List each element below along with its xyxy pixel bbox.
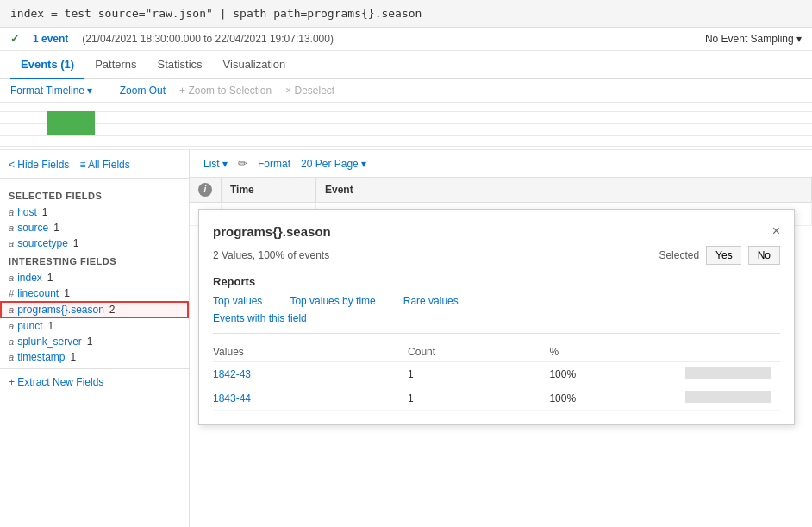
- popup-close-button[interactable]: ×: [772, 223, 780, 239]
- values-row: 1842-43 1 100%: [213, 362, 780, 386]
- main-content: < Hide Fields ≡ All Fields SELECTED FIEL…: [0, 150, 812, 527]
- popup-meta-text: 2 Values, 100% of events: [213, 249, 329, 261]
- top-values-by-time-link[interactable]: Top values by time: [290, 295, 375, 307]
- checkmark-icon: ✓: [10, 33, 19, 45]
- rare-values-link[interactable]: Rare values: [403, 295, 459, 307]
- values-col-percent: %: [549, 342, 685, 362]
- popup-links: Top values Top values by time Rare value…: [213, 295, 780, 307]
- interesting-fields-title: INTERESTING FIELDS: [0, 251, 189, 270]
- field-name-splunk-server: splunk_server: [17, 336, 82, 348]
- field-programs-season[interactable]: a programs{}.season 2: [0, 301, 189, 318]
- search-bar: index = test source="raw.json" | spath p…: [0, 0, 812, 28]
- tab-statistics[interactable]: Statistics: [147, 51, 213, 79]
- chart-line: [0, 135, 812, 136]
- no-button[interactable]: No: [748, 246, 780, 265]
- field-type-linecount: #: [9, 288, 14, 298]
- pencil-icon: ✏: [238, 157, 247, 170]
- popup-links-row2: Events with this field: [213, 312, 780, 324]
- format-timeline-button[interactable]: Format Timeline: [10, 85, 92, 97]
- yes-button[interactable]: Yes: [706, 246, 741, 265]
- all-fields-button[interactable]: ≡ All Fields: [79, 159, 129, 171]
- field-count-index: 1: [47, 272, 53, 284]
- val-bar-container: [685, 391, 771, 403]
- values-col-count: Count: [408, 342, 549, 362]
- deselect-button: × Deselect: [285, 85, 334, 97]
- tab-visualization[interactable]: Visualization: [213, 51, 297, 79]
- val-percent-cell: 100%: [549, 386, 685, 411]
- zoom-selection-button: + Zoom to Selection: [179, 85, 272, 97]
- popup-meta: 2 Values, 100% of events Selected Yes No: [213, 246, 780, 265]
- col-event: Event: [316, 178, 812, 203]
- values-row: 1843-44 1 100%: [213, 386, 780, 411]
- field-name-timestamp: timestamp: [17, 351, 65, 363]
- field-splunk-server[interactable]: a splunk_server 1: [0, 334, 189, 349]
- tab-events[interactable]: Events (1): [10, 51, 84, 79]
- field-count-linecount: 1: [64, 287, 70, 299]
- tab-patterns[interactable]: Patterns: [84, 51, 147, 79]
- hide-fields-button[interactable]: < Hide Fields: [9, 159, 69, 171]
- field-punct[interactable]: a punct 1: [0, 318, 189, 334]
- top-values-link[interactable]: Top values: [213, 295, 262, 307]
- format-button[interactable]: Format: [258, 158, 290, 170]
- tabs-bar: Events (1) Patterns Statistics Visualiza…: [0, 51, 812, 79]
- value-link[interactable]: 1842-43: [213, 368, 251, 380]
- extract-fields-link[interactable]: + Extract New Fields: [0, 368, 189, 395]
- col-i: i: [190, 178, 222, 203]
- val-count-cell: 1: [408, 386, 549, 411]
- value-link[interactable]: 1843-44: [213, 392, 251, 405]
- field-count-punct: 1: [47, 320, 53, 332]
- field-count-programs-season: 2: [109, 304, 116, 316]
- field-count-splunk-server: 1: [87, 336, 93, 348]
- sampling-dropdown[interactable]: No Event Sampling: [705, 33, 802, 45]
- field-type-source: a: [9, 223, 14, 233]
- val-percent-cell: 100%: [549, 362, 685, 386]
- chart-lines: [0, 103, 812, 149]
- val-bar-cell: [685, 386, 780, 411]
- col-time: Time: [222, 178, 316, 203]
- field-popup: programs{}.season × 2 Values, 100% of ev…: [198, 209, 795, 425]
- field-name-index: index: [17, 272, 42, 284]
- chart-line: [0, 123, 812, 124]
- selected-group: Selected Yes No: [659, 246, 780, 265]
- popup-title: programs{}.season: [213, 224, 331, 239]
- field-type-host: a: [9, 207, 14, 217]
- field-name-punct: punct: [17, 320, 42, 332]
- field-linecount[interactable]: # linecount 1: [0, 285, 189, 301]
- list-dropdown-button[interactable]: List: [203, 158, 228, 170]
- field-count-host: 1: [42, 206, 48, 218]
- left-sidebar: < Hide Fields ≡ All Fields SELECTED FIEL…: [0, 150, 190, 527]
- timeline-controls: Format Timeline — Zoom Out + Zoom to Sel…: [0, 79, 812, 103]
- chart-line: [0, 111, 812, 112]
- val-bar-cell: [685, 362, 780, 386]
- chart-line: [0, 146, 812, 147]
- chart-bar-green: [47, 111, 95, 135]
- field-source[interactable]: a source 1: [0, 220, 189, 235]
- event-count-row: ✓ 1 event (21/04/2021 18:30:00.000 to 22…: [0, 28, 812, 51]
- values-col-value: Values: [213, 342, 408, 362]
- field-host[interactable]: a host 1: [0, 204, 189, 220]
- val-count-cell: 1: [408, 362, 549, 386]
- val-value-cell[interactable]: 1842-43: [213, 362, 408, 386]
- sidebar-toggle: < Hide Fields ≡ All Fields: [0, 159, 189, 179]
- field-type-sourcetype: a: [9, 238, 14, 248]
- field-name-sourcetype: sourcetype: [17, 237, 68, 249]
- events-with-field-link[interactable]: Events with this field: [213, 312, 307, 324]
- field-sourcetype[interactable]: a sourcetype 1: [0, 235, 189, 251]
- field-count-timestamp: 1: [70, 351, 76, 363]
- per-page-dropdown-button[interactable]: 20 Per Page: [301, 158, 366, 170]
- right-panel: List ✏ Format 20 Per Page i Time Event >: [190, 150, 812, 527]
- field-count-source: 1: [53, 222, 59, 234]
- values-col-bar: [685, 342, 780, 362]
- zoom-out-button[interactable]: — Zoom Out: [106, 85, 166, 97]
- field-type-splunk-server: a: [9, 336, 14, 347]
- field-count-sourcetype: 1: [73, 237, 79, 249]
- field-type-index: a: [9, 273, 14, 283]
- field-timestamp[interactable]: a timestamp 1: [0, 349, 189, 365]
- table-header-row: i Time Event: [190, 178, 812, 203]
- i-icon: i: [198, 183, 212, 197]
- field-index[interactable]: a index 1: [0, 270, 189, 285]
- field-name-source: source: [17, 222, 48, 234]
- val-value-cell[interactable]: 1843-44: [213, 386, 408, 411]
- field-type-programs-season: a: [9, 304, 14, 315]
- popup-divider: [213, 333, 780, 334]
